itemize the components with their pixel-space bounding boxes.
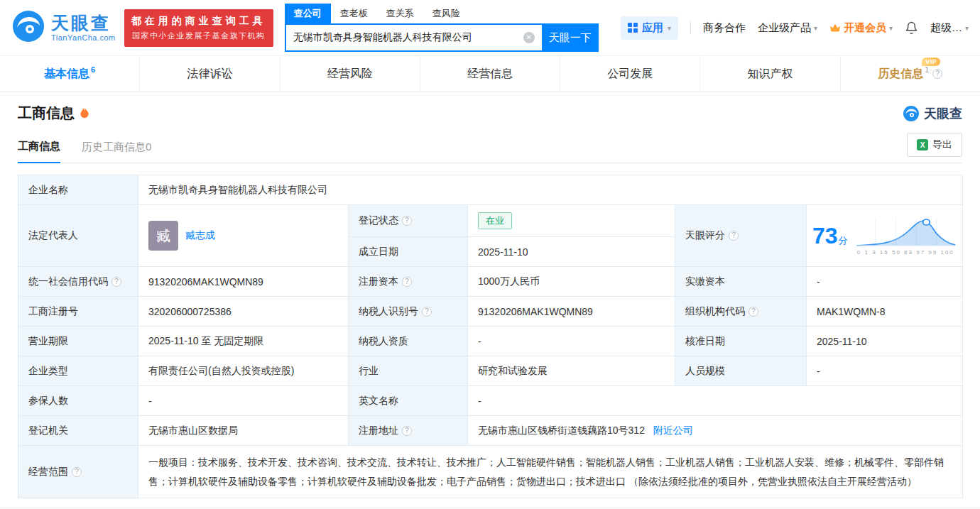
help-icon[interactable]: ? — [748, 307, 758, 317]
table-row: 企业类型 有限责任公司(自然人投资或控股) 行业 研究和试验发展 人员规模 - — [18, 356, 963, 386]
tab-operational-risk-label: 经营风险 — [327, 67, 373, 82]
company-type-label: 企业类型 — [18, 356, 138, 386]
insured-count-label: 参保人数 — [18, 386, 138, 416]
tab-history-info-label: 历史信息 — [878, 67, 923, 80]
credit-code-value: 91320206MAK1WQMN89 — [138, 267, 349, 297]
org-code-label: 组织机构代码? — [675, 297, 807, 327]
approval-date-label: 核准日期 — [675, 327, 807, 356]
tab-company-development-label: 公司发展 — [607, 67, 653, 82]
search-input[interactable] — [285, 23, 542, 52]
subtabs-row: 工商信息 历史工商信息0 X 导出 — [18, 133, 962, 163]
table-row: 工商注册号 320206000725386 纳税人识别号? 91320206MA… — [18, 297, 963, 327]
tab-history-info[interactable]: 历史信息 VIP 1 ? — [841, 56, 980, 92]
credit-code-label: 统一社会信用代码? — [18, 267, 138, 297]
business-info-card: 工商信息 天眼查 工商信息 历史工商信息0 X 导出 企业名称 — [0, 92, 980, 507]
reg-number-value: 320206000725386 — [138, 297, 349, 327]
logo-brand: 天眼查 — [51, 13, 116, 33]
reg-address-label-text: 注册地址 — [359, 425, 398, 436]
tab-business-info[interactable]: 经营信息 — [420, 56, 560, 92]
org-code-label-text: 组织机构代码 — [685, 305, 745, 317]
taxpayer-id-value: 91320206MAK1WQMN89 — [468, 297, 675, 327]
approval-date-value: 2025-11-10 — [807, 327, 963, 356]
export-button[interactable]: X 导出 — [907, 133, 962, 157]
score-unit: 分 — [839, 235, 848, 246]
company-section-tabs: 基本信息 6 法律诉讼 经营风险 经营信息 公司发展 知识产权 历史信息 VIP… — [0, 55, 980, 92]
tab-intellectual-property[interactable]: 知识产权 — [700, 56, 840, 92]
reg-status-value: 在业 — [468, 205, 675, 237]
menu-super-vip[interactable]: 超级… ▾ — [930, 21, 969, 35]
search-tab-relation[interactable]: 查关系 — [377, 4, 423, 23]
logo-domain: TianYanCha.com — [51, 33, 116, 42]
top-header: 天眼查 TianYanCha.com 都在用的商业查询工具 国家中小企业发展子基… — [0, 0, 980, 55]
menu-super-vip-label: 超级… — [930, 21, 962, 35]
help-icon[interactable]: ? — [729, 231, 739, 241]
slogan-badge: 都在用的商业查询工具 国家中小企业发展子基金旗下机构 — [124, 9, 273, 47]
subtab-business-registration[interactable]: 工商信息 — [18, 140, 60, 163]
score-label-text: 天眼评分 — [685, 229, 725, 241]
search-tabs: 查公司 查老板 查关系 查风险 — [285, 4, 599, 23]
slogan-line1: 都在用的商业查询工具 — [131, 15, 266, 28]
help-icon[interactable]: ? — [111, 277, 121, 287]
paid-capital-value: - — [807, 267, 963, 297]
slogan-line2: 国家中小企业发展子基金旗下机构 — [131, 31, 266, 41]
tab-legal-proceedings[interactable]: 法律诉讼 — [140, 56, 280, 92]
tab-legal-proceedings-label: 法律诉讼 — [187, 67, 232, 82]
search-tab-company[interactable]: 查公司 — [285, 4, 331, 23]
chevron-down-icon: ▾ — [889, 24, 893, 32]
hot-icon — [80, 107, 89, 119]
business-term-label: 营业期限 — [18, 327, 138, 356]
apps-menu-label: 应用 — [642, 21, 663, 35]
chevron-down-icon: ▾ — [814, 24, 817, 32]
score-axis-ticks: 0 1 3 15 50 83 97 99 100 — [855, 249, 957, 256]
table-row: 法定代表人 臧 臧志成 登记状态? 在业 天眼评分? 73分 — [18, 205, 963, 237]
legal-rep-link[interactable]: 臧志成 — [185, 229, 215, 242]
menu-enterprise-products[interactable]: 企业级产品 ▾ — [758, 21, 817, 35]
legal-rep-avatar[interactable]: 臧 — [148, 221, 178, 251]
search-tab-boss[interactable]: 查老板 — [331, 4, 377, 23]
score-number: 73 — [812, 223, 838, 248]
help-icon[interactable]: ? — [422, 307, 432, 317]
menu-cooperation[interactable]: 商务合作 — [703, 21, 746, 35]
taxpayer-id-label-text: 纳税人识别号 — [359, 305, 418, 317]
vip-badge: VIP — [922, 58, 940, 66]
search-tab-risk[interactable]: 查风险 — [423, 4, 469, 23]
clear-icon[interactable]: ✕ — [523, 32, 535, 43]
nearby-companies-link[interactable]: 附近公司 — [653, 425, 693, 436]
help-icon[interactable]: ? — [72, 467, 82, 477]
table-row: 参保人数 - 英文名称 - — [18, 386, 963, 416]
business-scope-label: 经营范围? — [18, 446, 138, 498]
search-button[interactable]: 天眼一下 — [542, 23, 599, 52]
tianyancha-logo-icon — [11, 9, 45, 46]
tab-basic-info-count: 6 — [91, 66, 95, 74]
industry-value: 研究和试验发展 — [468, 356, 675, 386]
status-badge: 在业 — [478, 212, 512, 229]
tab-company-development[interactable]: 公司发展 — [560, 56, 700, 92]
tab-basic-info-label: 基本信息 — [44, 67, 89, 82]
score-distribution-chart: 0 1 3 15 50 83 97 99 100 — [855, 216, 957, 256]
subtab-history-registration[interactable]: 历史工商信息0 — [82, 141, 151, 163]
establish-date-value: 2025-11-10 — [468, 237, 675, 267]
tab-intellectual-property-label: 知识产权 — [748, 67, 793, 82]
help-icon[interactable]: ? — [402, 426, 412, 436]
reg-authority-label: 登记机关 — [18, 416, 138, 446]
apps-menu[interactable]: 应用 ▾ — [621, 16, 678, 40]
legal-rep-label: 法定代表人 — [18, 205, 138, 267]
help-icon[interactable]: ? — [932, 69, 942, 79]
table-row: 营业期限 2025-11-10 至 无固定期限 纳税人资质 - 核准日期 202… — [18, 327, 963, 356]
company-name-value: 无锡市凯奇具身智能机器人科技有限公司 — [138, 175, 963, 205]
help-icon[interactable]: ? — [402, 277, 412, 287]
menu-open-vip[interactable]: 开通会员 ▾ — [829, 21, 893, 35]
score-value: 73分 0 1 3 15 50 83 97 99 100 — [807, 205, 963, 267]
help-icon[interactable]: ? — [402, 216, 412, 226]
tab-basic-info[interactable]: 基本信息 6 — [0, 56, 140, 92]
tianyancha-watermark: 天眼查 — [903, 105, 962, 122]
table-row: 统一社会信用代码? 91320206MAK1WQMN89 注册资本? 1000万… — [18, 267, 963, 297]
reg-capital-label-text: 注册资本 — [359, 275, 398, 287]
chevron-down-icon: ▾ — [965, 24, 969, 32]
notification-bell-icon[interactable] — [905, 21, 918, 35]
tianyancha-logo[interactable]: 天眼查 TianYanCha.com — [11, 9, 116, 46]
company-name-label: 企业名称 — [18, 175, 138, 205]
tab-operational-risk[interactable]: 经营风险 — [281, 56, 420, 92]
business-scope-label-text: 经营范围 — [28, 466, 68, 477]
business-term-value: 2025-11-10 至 无固定期限 — [138, 327, 349, 356]
